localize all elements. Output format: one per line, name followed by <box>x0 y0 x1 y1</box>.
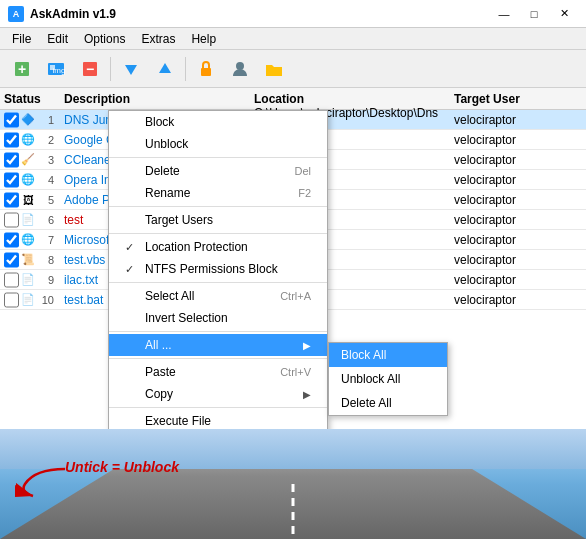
row-icon-7: 🌐 <box>21 232 36 248</box>
row-num-2: 2 <box>37 134 54 146</box>
ctx-sep-6 <box>109 358 327 359</box>
svg-text:+: + <box>18 61 26 77</box>
toolbar-sep-2 <box>185 57 186 81</box>
ctx-sep-7 <box>109 407 327 408</box>
row-checkbox-10[interactable] <box>4 292 19 308</box>
row-checkbox-5[interactable] <box>4 192 19 208</box>
ctx-target-users[interactable]: Target Users <box>109 209 327 231</box>
row-checkbox-7[interactable] <box>4 232 19 248</box>
submenu-delete-all[interactable]: Delete All <box>329 391 447 415</box>
status-col-4: 🌐 4 <box>0 172 60 188</box>
svg-marker-8 <box>159 63 171 73</box>
ctx-sep-1 <box>109 157 327 158</box>
menu-file[interactable]: File <box>4 30 39 48</box>
row-checkbox-2[interactable] <box>4 132 19 148</box>
move-down-button[interactable] <box>115 55 147 83</box>
row-num-3: 3 <box>37 154 54 166</box>
folder-button[interactable] <box>258 55 290 83</box>
row-num-6: 6 <box>37 214 54 226</box>
svg-text:−: − <box>86 61 94 77</box>
row-checkbox-6[interactable] <box>4 212 19 228</box>
row-target-10: velociraptor <box>450 293 550 307</box>
status-col-2: 🌐 2 <box>0 132 60 148</box>
row-target-6: velociraptor <box>450 213 550 227</box>
row-num-4: 4 <box>37 174 54 186</box>
ctx-copy[interactable]: Copy ▶ <box>109 383 327 405</box>
col-status-header: Status <box>0 92 60 106</box>
col-target-header: Target User <box>450 92 550 106</box>
move-up-button[interactable] <box>149 55 181 83</box>
row-num-7: 7 <box>37 234 54 246</box>
remove-button[interactable]: − <box>74 55 106 83</box>
title-bar-controls: — □ ✕ <box>490 4 578 24</box>
menu-help[interactable]: Help <box>183 30 224 48</box>
context-menu: Block Unblock Delete Del Rename F2 Targe… <box>108 110 328 429</box>
row-num-1: 1 <box>37 114 54 126</box>
ctx-invert-selection[interactable]: Invert Selection <box>109 307 327 329</box>
ctx-execute-file[interactable]: Execute File <box>109 410 327 429</box>
ctx-unblock[interactable]: Unblock <box>109 133 327 155</box>
row-target-5: velociraptor <box>450 193 550 207</box>
toolbar-sep-1 <box>110 57 111 81</box>
row-num-8: 8 <box>37 254 54 266</box>
svg-text:img: img <box>53 66 66 75</box>
row-checkbox-4[interactable] <box>4 172 19 188</box>
ctx-location-protection[interactable]: ✓ Location Protection <box>109 236 327 258</box>
image-button[interactable]: img <box>40 55 72 83</box>
lock-button[interactable] <box>190 55 222 83</box>
col-desc-header: Description <box>60 92 250 106</box>
row-num-10: 10 <box>37 294 54 306</box>
status-col-6: 📄 6 <box>0 212 60 228</box>
title-bar: A AskAdmin v1.9 — □ ✕ <box>0 0 586 28</box>
user-button[interactable] <box>224 55 256 83</box>
minimize-button[interactable]: — <box>490 4 518 24</box>
toolbar: + img − <box>0 50 586 88</box>
row-checkbox-1[interactable] <box>4 112 19 128</box>
row-target-8: velociraptor <box>450 253 550 267</box>
ctx-all[interactable]: All ... ▶ <box>109 334 327 356</box>
row-checkbox-8[interactable] <box>4 252 19 268</box>
row-icon-2: 🌐 <box>21 132 36 148</box>
maximize-button[interactable]: □ <box>520 4 548 24</box>
app-icon: A <box>8 6 24 22</box>
bottom-area: Untick = Unblock <box>0 429 586 539</box>
add-button[interactable]: + <box>6 55 38 83</box>
svg-rect-9 <box>201 68 211 76</box>
menu-options[interactable]: Options <box>76 30 133 48</box>
status-col-5: 🖼 5 <box>0 192 60 208</box>
row-icon-4: 🌐 <box>21 172 36 188</box>
status-col-3: 🧹 3 <box>0 152 60 168</box>
row-target-2: velociraptor <box>450 133 550 147</box>
submenu-unblock-all[interactable]: Unblock All <box>329 367 447 391</box>
row-checkbox-9[interactable] <box>4 272 19 288</box>
ctx-sep-3 <box>109 233 327 234</box>
ctx-block[interactable]: Block <box>109 111 327 133</box>
submenu: Block All Unblock All Delete All <box>328 342 448 416</box>
row-icon-10: 📄 <box>21 292 36 308</box>
status-col-9: 📄 9 <box>0 272 60 288</box>
main-content: Status Description Location Target User … <box>0 88 586 539</box>
ctx-sep-4 <box>109 282 327 283</box>
svg-marker-7 <box>125 65 137 75</box>
ctx-select-all[interactable]: Select All Ctrl+A <box>109 285 327 307</box>
ctx-delete[interactable]: Delete Del <box>109 160 327 182</box>
ctx-sep-2 <box>109 206 327 207</box>
ctx-ntfs-permissions[interactable]: ✓ NTFS Permissions Block <box>109 258 327 280</box>
row-icon-3: 🧹 <box>21 152 36 168</box>
col-loc-header: Location <box>250 92 450 106</box>
ctx-rename[interactable]: Rename F2 <box>109 182 327 204</box>
ctx-paste[interactable]: Paste Ctrl+V <box>109 361 327 383</box>
status-col-1: 🔷 1 <box>0 112 60 128</box>
row-checkbox-3[interactable] <box>4 152 19 168</box>
row-target-9: velociraptor <box>450 273 550 287</box>
submenu-block-all[interactable]: Block All <box>329 343 447 367</box>
status-col-7: 🌐 7 <box>0 232 60 248</box>
row-num-9: 9 <box>37 274 54 286</box>
row-icon-1: 🔷 <box>21 112 36 128</box>
menu-bar: File Edit Options Extras Help <box>0 28 586 50</box>
menu-extras[interactable]: Extras <box>133 30 183 48</box>
close-button[interactable]: ✕ <box>550 4 578 24</box>
table-container: Status Description Location Target User … <box>0 88 586 429</box>
menu-edit[interactable]: Edit <box>39 30 76 48</box>
status-col-8: 📜 8 <box>0 252 60 268</box>
